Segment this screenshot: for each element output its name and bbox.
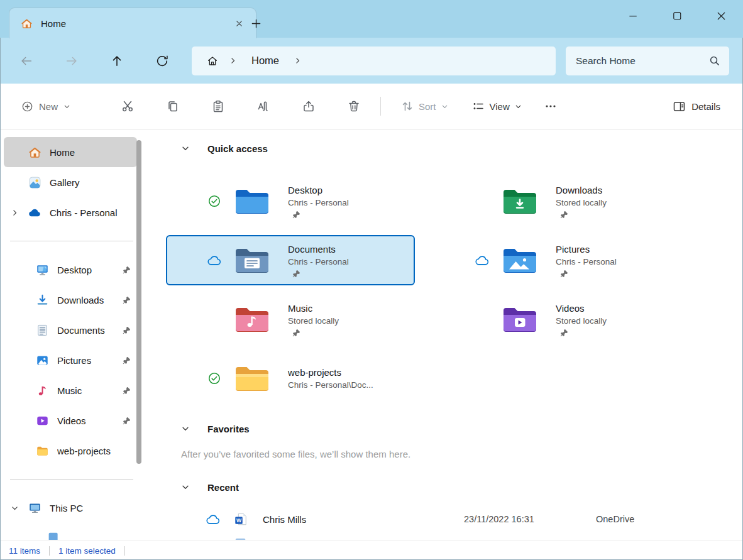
back-icon (19, 54, 33, 68)
breadcrumb-item-home[interactable]: Home (248, 53, 283, 68)
downloads-folder-icon (502, 187, 538, 216)
section-recent[interactable]: Recent (166, 478, 743, 496)
chevron-down-icon[interactable] (181, 144, 190, 153)
chevron-right-icon[interactable] (10, 209, 19, 217)
pin-icon (123, 417, 131, 425)
tile-desktop[interactable]: Desktop Chris - Personal (166, 176, 415, 226)
more-icon (544, 100, 557, 113)
tile-documents[interactable]: Documents Chris - Personal (166, 235, 415, 285)
titlebar: Home (0, 0, 743, 38)
search-icon[interactable] (708, 55, 720, 67)
tile-web-projects[interactable]: web-projects Chris - Personal\Doc... (166, 353, 415, 404)
tab-title: Home (41, 18, 223, 29)
tile-name: web-projects (288, 366, 373, 379)
sidebar-item-label: Desktop (57, 265, 115, 275)
tab-home[interactable]: Home (9, 8, 256, 38)
favorites-empty-message: After you’ve favorited some files, we’ll… (181, 449, 743, 459)
sidebar-item-gallery[interactable]: Gallery (4, 167, 137, 197)
tab-close-icon[interactable] (231, 15, 247, 31)
chevron-right-icon[interactable] (294, 57, 302, 65)
details-button[interactable]: Details (665, 94, 728, 119)
back-button[interactable] (13, 47, 40, 75)
pictures-icon (35, 354, 50, 367)
breadcrumb[interactable]: Home (192, 47, 556, 75)
sidebar-item-pictures[interactable]: Pictures (4, 345, 137, 375)
maximize-icon (671, 9, 684, 23)
pin-icon (292, 270, 300, 278)
sidebar-item-music[interactable]: Music (4, 375, 137, 405)
tile-pictures[interactable]: Pictures Chris - Personal (434, 235, 683, 285)
statusbar-divider (124, 546, 125, 556)
sidebar-item-label: web-projects (57, 446, 131, 456)
pin-icon (292, 329, 300, 337)
delete-button[interactable] (340, 92, 368, 120)
forward-button[interactable] (58, 47, 85, 75)
sort-button[interactable]: Sort (394, 94, 456, 118)
tile-name: Downloads (556, 184, 607, 197)
file-icon (234, 537, 248, 540)
sidebar-item-onedrive[interactable]: Chris - Personal (4, 197, 137, 228)
home-icon (21, 18, 33, 30)
section-quick-access[interactable]: Quick access (166, 140, 743, 157)
sidebar-item-downloads[interactable]: Downloads (4, 285, 137, 315)
new-button[interactable]: New (15, 95, 93, 118)
onedrive-cloud-icon (27, 208, 42, 217)
pin-icon (560, 211, 568, 219)
documents-folder-icon (234, 246, 270, 275)
paste-button[interactable] (204, 92, 232, 120)
recent-files-list: W Chris Mills 23/11/2022 16:31 OneDrive (166, 505, 743, 540)
close-icon (715, 9, 728, 23)
sync-status-icon (206, 371, 223, 385)
sidebar-item-partial[interactable] (4, 523, 137, 540)
share-button[interactable] (295, 92, 322, 120)
sidebar-scrollbar[interactable] (136, 140, 141, 464)
sidebar-item-videos[interactable]: Videos (4, 405, 137, 436)
tile-subtitle: Stored locally (556, 197, 607, 209)
section-favorites[interactable]: Favorites (166, 420, 743, 437)
quick-access-grid: Desktop Chris - Personal Downloads Store… (166, 176, 743, 404)
tile-name: Music (288, 302, 339, 315)
cut-icon (121, 100, 134, 113)
search-input[interactable] (575, 55, 708, 67)
chevron-down-icon[interactable] (181, 483, 190, 491)
new-tab-button[interactable] (246, 14, 265, 33)
pin-icon (123, 266, 131, 274)
view-button[interactable]: View (465, 94, 529, 118)
close-button[interactable] (699, 0, 743, 31)
chevron-down-icon (441, 103, 448, 110)
svg-text:W: W (236, 517, 242, 524)
copy-button[interactable] (159, 92, 187, 120)
tile-subtitle: Stored locally (288, 315, 339, 327)
up-button[interactable] (103, 47, 131, 75)
toolbar-divider (380, 97, 381, 116)
pin-icon (560, 270, 568, 278)
tile-music[interactable]: Music Stored locally (166, 294, 415, 344)
recent-file-date: 23/11/2022 16:31 (464, 514, 596, 524)
sidebar-item-label: Pictures (57, 355, 115, 366)
minimize-button[interactable] (611, 0, 655, 31)
desktop-folder-icon (234, 187, 270, 216)
pin-icon (123, 326, 131, 334)
chevron-down-icon[interactable] (181, 424, 190, 433)
rename-button[interactable] (250, 92, 277, 120)
sidebar-item-home[interactable]: Home (4, 137, 137, 167)
sidebar-item-desktop[interactable]: Desktop (4, 255, 137, 285)
recent-file-row[interactable]: W Chris Mills 23/11/2022 16:31 OneDrive (166, 505, 743, 534)
sidebar-item-documents[interactable]: Documents (4, 315, 137, 345)
section-title: Quick access (207, 143, 268, 154)
chevron-down-icon[interactable] (10, 504, 19, 512)
content-area: Home Gallery Chris - Personal Desktop (0, 129, 743, 540)
sidebar-item-web-projects[interactable]: web-projects (4, 436, 137, 466)
refresh-button[interactable] (148, 47, 176, 75)
sidebar-item-this-pc[interactable]: This PC (4, 493, 137, 523)
tile-videos[interactable]: Videos Stored locally (434, 294, 683, 344)
cut-button[interactable] (114, 92, 141, 120)
maximize-button[interactable] (655, 0, 699, 31)
recent-file-row-partial[interactable] (166, 537, 743, 540)
tile-downloads[interactable]: Downloads Stored locally (434, 176, 683, 226)
rename-icon (257, 100, 270, 113)
minimize-icon (627, 9, 640, 23)
folder-icon (35, 444, 50, 458)
command-bar: New Sort View Details (0, 84, 743, 129)
more-options-button[interactable] (538, 94, 563, 119)
